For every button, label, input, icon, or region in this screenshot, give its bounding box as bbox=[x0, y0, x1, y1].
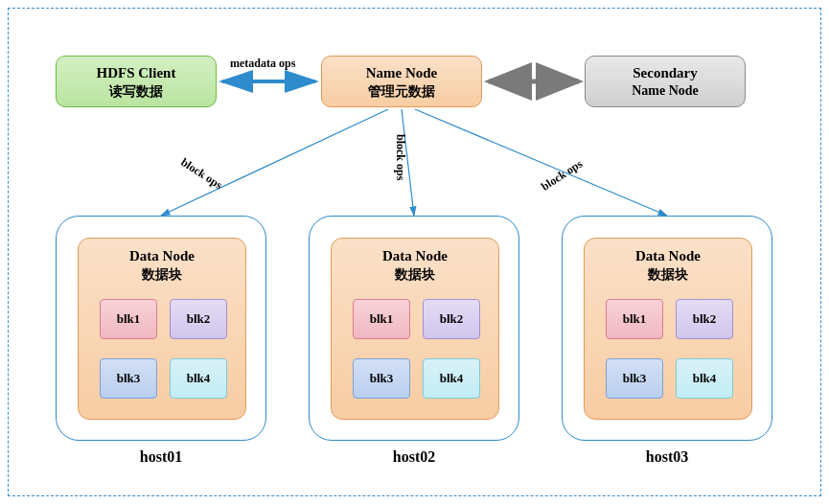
datanode-title: Data Node bbox=[79, 248, 245, 264]
secondary-namenode-box: Secondary Name Node bbox=[585, 56, 746, 107]
secondary-title: Secondary bbox=[586, 65, 745, 81]
block-1: blk1 bbox=[100, 299, 157, 339]
host-label-2: host02 bbox=[309, 448, 519, 466]
namenode-title: Name Node bbox=[322, 65, 481, 81]
hdfs-client-subtitle: 读写数据 bbox=[57, 83, 216, 101]
datanode-subtitle: 数据块 bbox=[585, 266, 751, 284]
secondary-subtitle: Name Node bbox=[586, 83, 745, 99]
datanode-subtitle: 数据块 bbox=[332, 266, 498, 284]
namenode-box: Name Node 管理元数据 bbox=[321, 56, 482, 107]
datanode-subtitle: 数据块 bbox=[79, 266, 245, 284]
host-box-3: Data Node 数据块 blk1 blk2 blk3 blk4 bbox=[562, 216, 772, 441]
block-3: blk3 bbox=[606, 358, 663, 399]
block-4: blk4 bbox=[676, 358, 733, 399]
block-2: blk2 bbox=[170, 299, 227, 339]
block-1: blk1 bbox=[353, 299, 410, 339]
datanode-title: Data Node bbox=[585, 248, 751, 264]
host-label-3: host03 bbox=[562, 448, 772, 466]
block-2: blk2 bbox=[423, 299, 480, 339]
diagram-canvas: HDFS Client 读写数据 Name Node 管理元数据 Seconda… bbox=[0, 0, 829, 504]
edge-label-blockops-2: block ops bbox=[393, 134, 407, 180]
host-box-2: Data Node 数据块 blk1 blk2 blk3 blk4 bbox=[309, 216, 519, 441]
hdfs-client-box: HDFS Client 读写数据 bbox=[56, 56, 217, 107]
block-4: blk4 bbox=[423, 358, 480, 399]
block-1: blk1 bbox=[606, 299, 663, 339]
block-3: blk3 bbox=[353, 358, 410, 399]
datanode-box: Data Node 数据块 blk1 blk2 blk3 blk4 bbox=[331, 238, 499, 420]
hdfs-client-title: HDFS Client bbox=[57, 65, 216, 81]
datanode-box: Data Node 数据块 blk1 blk2 blk3 blk4 bbox=[584, 238, 752, 420]
datanode-title: Data Node bbox=[332, 248, 498, 264]
block-4: blk4 bbox=[170, 358, 227, 399]
datanode-box: Data Node 数据块 blk1 blk2 blk3 blk4 bbox=[78, 238, 246, 420]
edge-label-metadata: metadata ops bbox=[230, 57, 295, 71]
host-box-1: Data Node 数据块 blk1 blk2 blk3 blk4 bbox=[56, 216, 266, 441]
host-label-1: host01 bbox=[56, 448, 266, 466]
block-2: blk2 bbox=[676, 299, 733, 339]
block-3: blk3 bbox=[100, 358, 157, 399]
namenode-subtitle: 管理元数据 bbox=[322, 83, 481, 101]
